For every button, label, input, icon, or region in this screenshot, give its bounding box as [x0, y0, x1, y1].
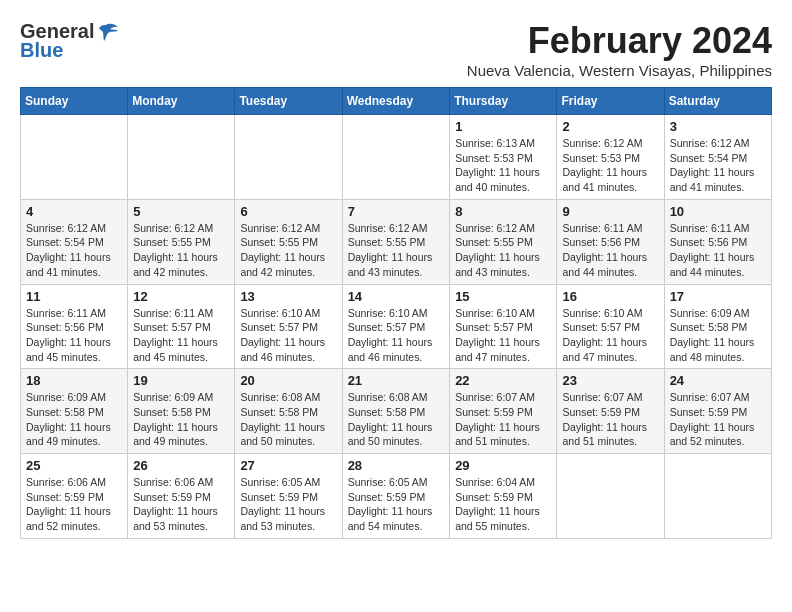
- day-info: Sunrise: 6:12 AM Sunset: 5:54 PM Dayligh…: [670, 136, 766, 195]
- day-number: 23: [562, 373, 658, 388]
- day-number: 11: [26, 289, 122, 304]
- calendar-cell: 17Sunrise: 6:09 AM Sunset: 5:58 PM Dayli…: [664, 284, 771, 369]
- calendar-cell: 6Sunrise: 6:12 AM Sunset: 5:55 PM Daylig…: [235, 199, 342, 284]
- day-info: Sunrise: 6:12 AM Sunset: 5:53 PM Dayligh…: [562, 136, 658, 195]
- day-number: 4: [26, 204, 122, 219]
- day-number: 13: [240, 289, 336, 304]
- day-number: 16: [562, 289, 658, 304]
- day-number: 3: [670, 119, 766, 134]
- title-block: February 2024 Nueva Valencia, Western Vi…: [467, 20, 772, 79]
- weekday-header-thursday: Thursday: [450, 88, 557, 115]
- day-info: Sunrise: 6:12 AM Sunset: 5:54 PM Dayligh…: [26, 221, 122, 280]
- day-info: Sunrise: 6:07 AM Sunset: 5:59 PM Dayligh…: [455, 390, 551, 449]
- calendar-cell: 8Sunrise: 6:12 AM Sunset: 5:55 PM Daylig…: [450, 199, 557, 284]
- logo: General Blue: [20, 20, 120, 62]
- calendar-cell: [557, 454, 664, 539]
- calendar-cell: 21Sunrise: 6:08 AM Sunset: 5:58 PM Dayli…: [342, 369, 450, 454]
- calendar-cell: 11Sunrise: 6:11 AM Sunset: 5:56 PM Dayli…: [21, 284, 128, 369]
- day-number: 29: [455, 458, 551, 473]
- day-number: 26: [133, 458, 229, 473]
- day-number: 24: [670, 373, 766, 388]
- day-number: 15: [455, 289, 551, 304]
- calendar-cell: [342, 115, 450, 200]
- calendar-header: SundayMondayTuesdayWednesdayThursdayFrid…: [21, 88, 772, 115]
- logo-bird-icon: [98, 23, 120, 41]
- calendar-cell: [128, 115, 235, 200]
- day-number: 10: [670, 204, 766, 219]
- calendar-cell: 12Sunrise: 6:11 AM Sunset: 5:57 PM Dayli…: [128, 284, 235, 369]
- day-info: Sunrise: 6:12 AM Sunset: 5:55 PM Dayligh…: [240, 221, 336, 280]
- calendar-cell: 27Sunrise: 6:05 AM Sunset: 5:59 PM Dayli…: [235, 454, 342, 539]
- calendar-cell: 18Sunrise: 6:09 AM Sunset: 5:58 PM Dayli…: [21, 369, 128, 454]
- location-subtitle: Nueva Valencia, Western Visayas, Philipp…: [467, 62, 772, 79]
- day-info: Sunrise: 6:13 AM Sunset: 5:53 PM Dayligh…: [455, 136, 551, 195]
- calendar-cell: 24Sunrise: 6:07 AM Sunset: 5:59 PM Dayli…: [664, 369, 771, 454]
- calendar-cell: 2Sunrise: 6:12 AM Sunset: 5:53 PM Daylig…: [557, 115, 664, 200]
- weekday-header-monday: Monday: [128, 88, 235, 115]
- day-number: 1: [455, 119, 551, 134]
- calendar-cell: 16Sunrise: 6:10 AM Sunset: 5:57 PM Dayli…: [557, 284, 664, 369]
- calendar-cell: [235, 115, 342, 200]
- calendar-cell: 1Sunrise: 6:13 AM Sunset: 5:53 PM Daylig…: [450, 115, 557, 200]
- calendar-cell: [21, 115, 128, 200]
- day-number: 18: [26, 373, 122, 388]
- calendar-cell: 29Sunrise: 6:04 AM Sunset: 5:59 PM Dayli…: [450, 454, 557, 539]
- calendar-table: SundayMondayTuesdayWednesdayThursdayFrid…: [20, 87, 772, 539]
- calendar-cell: 26Sunrise: 6:06 AM Sunset: 5:59 PM Dayli…: [128, 454, 235, 539]
- day-number: 27: [240, 458, 336, 473]
- weekday-header-tuesday: Tuesday: [235, 88, 342, 115]
- day-info: Sunrise: 6:10 AM Sunset: 5:57 PM Dayligh…: [562, 306, 658, 365]
- calendar-cell: 22Sunrise: 6:07 AM Sunset: 5:59 PM Dayli…: [450, 369, 557, 454]
- day-info: Sunrise: 6:12 AM Sunset: 5:55 PM Dayligh…: [133, 221, 229, 280]
- day-info: Sunrise: 6:08 AM Sunset: 5:58 PM Dayligh…: [240, 390, 336, 449]
- logo-blue: Blue: [20, 39, 63, 62]
- day-number: 2: [562, 119, 658, 134]
- calendar-cell: [664, 454, 771, 539]
- day-number: 21: [348, 373, 445, 388]
- day-info: Sunrise: 6:11 AM Sunset: 5:56 PM Dayligh…: [562, 221, 658, 280]
- calendar-week-row: 11Sunrise: 6:11 AM Sunset: 5:56 PM Dayli…: [21, 284, 772, 369]
- calendar-cell: 10Sunrise: 6:11 AM Sunset: 5:56 PM Dayli…: [664, 199, 771, 284]
- day-number: 19: [133, 373, 229, 388]
- day-info: Sunrise: 6:07 AM Sunset: 5:59 PM Dayligh…: [670, 390, 766, 449]
- day-number: 14: [348, 289, 445, 304]
- day-number: 5: [133, 204, 229, 219]
- day-number: 25: [26, 458, 122, 473]
- calendar-cell: 19Sunrise: 6:09 AM Sunset: 5:58 PM Dayli…: [128, 369, 235, 454]
- calendar-cell: 25Sunrise: 6:06 AM Sunset: 5:59 PM Dayli…: [21, 454, 128, 539]
- day-info: Sunrise: 6:11 AM Sunset: 5:56 PM Dayligh…: [670, 221, 766, 280]
- day-number: 17: [670, 289, 766, 304]
- day-info: Sunrise: 6:11 AM Sunset: 5:56 PM Dayligh…: [26, 306, 122, 365]
- weekday-header-wednesday: Wednesday: [342, 88, 450, 115]
- day-number: 28: [348, 458, 445, 473]
- day-number: 7: [348, 204, 445, 219]
- calendar-cell: 15Sunrise: 6:10 AM Sunset: 5:57 PM Dayli…: [450, 284, 557, 369]
- calendar-cell: 14Sunrise: 6:10 AM Sunset: 5:57 PM Dayli…: [342, 284, 450, 369]
- calendar-cell: 13Sunrise: 6:10 AM Sunset: 5:57 PM Dayli…: [235, 284, 342, 369]
- calendar-body: 1Sunrise: 6:13 AM Sunset: 5:53 PM Daylig…: [21, 115, 772, 539]
- day-info: Sunrise: 6:12 AM Sunset: 5:55 PM Dayligh…: [348, 221, 445, 280]
- calendar-cell: 23Sunrise: 6:07 AM Sunset: 5:59 PM Dayli…: [557, 369, 664, 454]
- day-info: Sunrise: 6:06 AM Sunset: 5:59 PM Dayligh…: [26, 475, 122, 534]
- day-info: Sunrise: 6:10 AM Sunset: 5:57 PM Dayligh…: [455, 306, 551, 365]
- day-info: Sunrise: 6:10 AM Sunset: 5:57 PM Dayligh…: [240, 306, 336, 365]
- weekday-header-saturday: Saturday: [664, 88, 771, 115]
- calendar-week-row: 25Sunrise: 6:06 AM Sunset: 5:59 PM Dayli…: [21, 454, 772, 539]
- calendar-cell: 7Sunrise: 6:12 AM Sunset: 5:55 PM Daylig…: [342, 199, 450, 284]
- day-info: Sunrise: 6:11 AM Sunset: 5:57 PM Dayligh…: [133, 306, 229, 365]
- calendar-cell: 9Sunrise: 6:11 AM Sunset: 5:56 PM Daylig…: [557, 199, 664, 284]
- day-number: 22: [455, 373, 551, 388]
- calendar-cell: 20Sunrise: 6:08 AM Sunset: 5:58 PM Dayli…: [235, 369, 342, 454]
- day-info: Sunrise: 6:05 AM Sunset: 5:59 PM Dayligh…: [348, 475, 445, 534]
- day-info: Sunrise: 6:09 AM Sunset: 5:58 PM Dayligh…: [670, 306, 766, 365]
- day-info: Sunrise: 6:09 AM Sunset: 5:58 PM Dayligh…: [26, 390, 122, 449]
- day-info: Sunrise: 6:06 AM Sunset: 5:59 PM Dayligh…: [133, 475, 229, 534]
- day-number: 6: [240, 204, 336, 219]
- month-year-title: February 2024: [467, 20, 772, 62]
- calendar-cell: 3Sunrise: 6:12 AM Sunset: 5:54 PM Daylig…: [664, 115, 771, 200]
- calendar-week-row: 1Sunrise: 6:13 AM Sunset: 5:53 PM Daylig…: [21, 115, 772, 200]
- day-info: Sunrise: 6:09 AM Sunset: 5:58 PM Dayligh…: [133, 390, 229, 449]
- day-info: Sunrise: 6:05 AM Sunset: 5:59 PM Dayligh…: [240, 475, 336, 534]
- day-number: 20: [240, 373, 336, 388]
- day-number: 9: [562, 204, 658, 219]
